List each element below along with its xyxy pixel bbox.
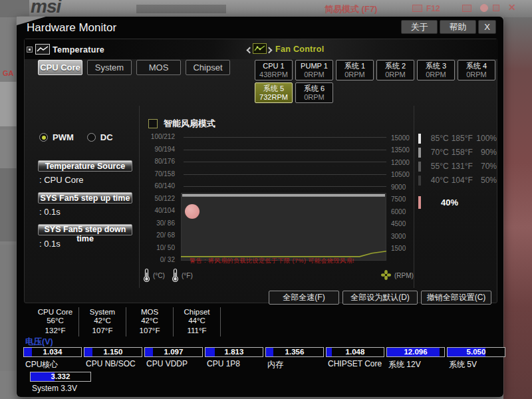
fan-button[interactable]: PUMP 1 0RPM	[295, 60, 333, 80]
msi-logo: msi	[31, 0, 61, 17]
temperature-section-title: Temperature	[53, 45, 104, 55]
voltage-bar: 1.356	[265, 347, 324, 357]
threshold-bar	[418, 148, 421, 158]
dialog-title: Hardware Monitor	[27, 21, 116, 35]
axis-tick: 40/104	[124, 207, 175, 215]
fan-button[interactable]: 系统 4 0RPM	[458, 60, 495, 80]
axis-tick: 9000	[391, 184, 419, 192]
fan-button[interactable]: CPU 1 438RPM	[255, 60, 293, 80]
temp-status-cell: System 42°C 107°F	[79, 307, 126, 336]
close-button[interactable]: X	[478, 20, 496, 34]
easy-mode-label: 简易模式 (F7)	[325, 3, 377, 15]
voltage-bar: 1.813	[205, 347, 263, 357]
threshold-row: 55°C 131°F 70%	[418, 161, 497, 172]
fan-button[interactable]: 系统 1 0RPM	[336, 60, 374, 80]
voltage-gauge: 1.034 CPU核心	[23, 347, 82, 370]
radio-icon	[39, 133, 48, 142]
screen: msi 简易模式 (F7) F12 ✕ GA Hardware Monitor …	[0, 0, 532, 399]
unit-f-label: (°F)	[182, 272, 193, 279]
voltage-gauge: 1.150 CPU NB/SOC	[84, 347, 142, 370]
setting-group: Temperature Source : CPU Core	[38, 160, 138, 185]
unit-c-label: (°C)	[153, 272, 165, 279]
topbar-corner	[0, 0, 29, 17]
gridline	[184, 137, 386, 138]
temp-status-cell: MOS 42°C 107°F	[126, 307, 174, 336]
fan-mode-radios: PWM DC	[39, 132, 113, 142]
smart-fan-checkbox[interactable]	[148, 119, 158, 128]
temperature-tab[interactable]: System	[87, 60, 132, 75]
fan-control-section-title: Fan Control	[275, 45, 324, 54]
temp-status-cell: CPU Core 56°C 132°F	[32, 307, 79, 336]
action-button[interactable]: 全部设为默认(D)	[342, 291, 418, 305]
voltage-bar: 1.034	[23, 347, 82, 357]
axis-tick: 20/ 68	[124, 231, 175, 239]
current-duty-value: 40%	[441, 198, 458, 207]
fan-warning-text: 警告 : 将风扇的负载比设定低于下限 (7%) 可能会烧毁风扇!	[190, 257, 354, 265]
threshold-row: 40°C 104°F 50%	[418, 175, 497, 186]
axis-tick: 10/ 50	[124, 244, 175, 252]
temperature-tab[interactable]: MOS	[136, 60, 181, 75]
fan-mode-radio[interactable]: PWM	[39, 132, 74, 142]
expand-icon[interactable]	[27, 47, 33, 53]
voltage-gauge: 1.356 内存	[265, 347, 324, 370]
background-right-strip	[503, 17, 532, 399]
user-icon	[480, 4, 488, 12]
axis-tick: 3000	[391, 233, 419, 241]
setting-button[interactable]: SYS Fan5 step down time	[38, 224, 132, 235]
hardware-monitor-dialog: Hardware Monitor 关于 帮助 X Temperature Fan…	[17, 17, 503, 397]
fan-curve-line	[181, 251, 386, 257]
fan-point-handle[interactable]	[185, 204, 200, 219]
fan-button[interactable]: 系统 3 0RPM	[417, 60, 455, 80]
setting-value: : CPU Core	[38, 175, 138, 185]
dialog-titlebar: Hardware Monitor 关于 帮助 X	[17, 17, 503, 38]
voltage-gauge: 5.050 系统 5V	[447, 347, 505, 370]
fan-mode-radio[interactable]: DC	[87, 132, 113, 142]
temp-axis-ticks: 100/21290/19480/17670/15860/14050/12240/…	[124, 133, 175, 264]
voltage-bar: 5.050	[447, 347, 505, 357]
smart-fan-label: 智能风扇模式	[164, 118, 215, 130]
screenshot-icon	[412, 5, 422, 12]
axis-tick: 4500	[391, 220, 419, 228]
gridline	[184, 186, 386, 187]
fan-button[interactable]: 系统 5 732RPM	[255, 82, 293, 103]
bg-close-icon: ✕	[508, 2, 516, 13]
rpm-fan-icon	[381, 270, 391, 280]
duty-thresholds: 85°C 185°F 100% 70°C 158°F 90% 55°C	[418, 133, 497, 189]
fan-buttons-grid: CPU 1 438RPM PUMP 1 0RPM 系统 1 0RPM	[255, 60, 495, 103]
fan-button[interactable]: 系统 6 0RPM	[295, 82, 333, 103]
gridline	[184, 174, 386, 175]
bios-title-blur	[136, 5, 226, 13]
voltage-row-2: 3.332 System 3.3V	[30, 372, 91, 393]
voltage-gauge: 12.096 系统 12V	[386, 347, 445, 370]
voltage-bar: 1.097	[144, 347, 203, 357]
current-duty-bar	[418, 196, 421, 209]
axis-tick: 100/212	[124, 133, 175, 141]
setting-value: : 0.1s	[38, 207, 138, 217]
temperature-tab[interactable]: Chipset	[186, 60, 230, 75]
voltage-bar: 12.096	[386, 347, 445, 357]
axis-tick: 12000	[391, 159, 419, 167]
voltage-bar: 1.150	[84, 347, 142, 357]
settings-icon	[493, 5, 499, 11]
voltage-bar: 3.332	[30, 372, 91, 382]
action-button[interactable]: 全部全速(F)	[269, 291, 339, 305]
axis-tick: 13500	[391, 146, 419, 154]
axis-tick: 30/ 86	[124, 219, 175, 227]
setting-group: SYS Fan5 step up time : 0.1s	[38, 192, 138, 217]
action-button[interactable]: 撤销全部设置(C)	[421, 291, 491, 305]
gridline	[184, 162, 386, 162]
temperature-tab[interactable]: CPU Core	[38, 60, 82, 75]
axis-tick: 1500	[391, 245, 419, 253]
voltage-bar: 1.048	[326, 347, 384, 357]
setting-button[interactable]: SYS Fan5 step up time	[38, 192, 132, 203]
axis-tick: 6000	[391, 208, 419, 216]
voltage-gauge: 1.097 CPU VDDP	[144, 347, 203, 370]
setting-button[interactable]: Temperature Source	[38, 160, 132, 172]
help-button[interactable]: 帮助	[440, 20, 476, 34]
about-button[interactable]: 关于	[401, 20, 438, 34]
smart-fan-mode: 智能风扇模式	[148, 118, 215, 130]
fan-curve-plot[interactable]	[180, 192, 387, 261]
fan-button[interactable]: 系统 2 0RPM	[376, 60, 414, 80]
axis-tick: 10500	[391, 171, 419, 179]
temp-status-cell: Chipset 44°C 111°F	[174, 307, 221, 336]
